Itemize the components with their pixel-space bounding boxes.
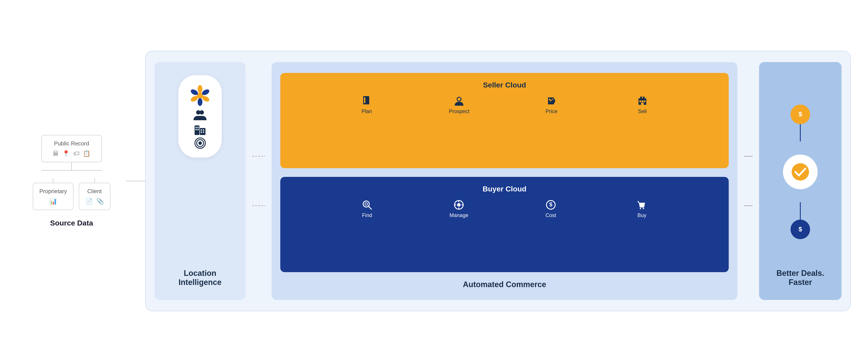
svg-point-48 — [640, 208, 641, 209]
svg-rect-32 — [643, 97, 645, 100]
better-deals-label: Better Deals. Faster — [768, 269, 833, 287]
tag-icon: 🏷 — [73, 150, 80, 157]
svg-point-49 — [643, 208, 644, 209]
prospect-label: Prospect — [449, 108, 469, 114]
client-box: Client 📄 📎 — [79, 183, 111, 210]
client-branch: Client 📄 📎 — [79, 178, 111, 210]
deals-dollar-icon-bottom: $ — [795, 224, 806, 235]
buyer-cloud-icons: Find M — [289, 200, 720, 218]
deals-check-icon — [790, 162, 810, 182]
proprietary-branch: Proprietary 📊 — [33, 178, 73, 210]
deals-bottom-circle: $ — [790, 220, 810, 239]
deals-visual: $ — [783, 75, 818, 269]
deals-content: $ — [768, 75, 833, 287]
price-label: Price — [546, 108, 558, 114]
source-data-section: Public Record 🏛 📍 🏷 📋 Propr — [18, 135, 126, 227]
cost-icon: $ — [546, 200, 556, 210]
svg-rect-16 — [203, 129, 204, 131]
commerce-deals-connectors — [744, 155, 752, 207]
client-title: Client — [85, 188, 104, 195]
manage-icon — [454, 200, 464, 210]
chart-icon: 📊 — [50, 198, 57, 205]
price-item: Price — [543, 96, 560, 114]
public-record-icons: 🏛 📍 🏷 📋 — [50, 150, 93, 157]
buy-label: Buy — [638, 212, 646, 218]
svg-rect-10 — [200, 128, 206, 135]
find-label: Find — [362, 212, 372, 218]
buildings-icon — [194, 123, 206, 135]
svg-rect-33 — [639, 100, 641, 102]
proprietary-title: Proprietary — [39, 188, 67, 195]
deals-top-circle: $ — [790, 104, 810, 124]
better-deals-panel: $ — [759, 62, 841, 300]
tree-horizontal-line — [41, 170, 102, 171]
svg-line-38 — [368, 206, 371, 209]
svg-point-53 — [792, 163, 809, 181]
svg-rect-12 — [197, 127, 199, 128]
commerce-deals-line-top — [744, 155, 752, 157]
buy-icon — [637, 200, 647, 210]
manage-item: Manage — [450, 200, 468, 218]
buyer-cloud-card: Buyer Cloud Find — [280, 177, 729, 272]
location-content: Location Intelligence — [163, 75, 237, 287]
svg-rect-35 — [644, 100, 645, 102]
svg-rect-18 — [203, 131, 204, 133]
client-branch-line — [94, 178, 95, 183]
location-icon: 📍 — [62, 150, 70, 157]
proprietary-box: Proprietary 📊 — [33, 183, 73, 210]
location-intelligence-panel: Location Intelligence — [154, 62, 246, 300]
sell-label: Sell — [638, 108, 647, 114]
list-icon: 📋 — [83, 150, 90, 157]
automated-commerce-label: Automated Commerce — [463, 280, 546, 289]
commerce-content: Seller Cloud Plan — [280, 73, 729, 289]
costar-logo-icon — [188, 84, 212, 108]
seller-cloud-icons: Plan Prospect — [289, 96, 720, 114]
cost-item: $ Cost — [542, 200, 559, 218]
plan-item: Plan — [358, 96, 375, 114]
svg-rect-34 — [642, 100, 643, 102]
automated-commerce-panel: Seller Cloud Plan — [272, 62, 737, 300]
public-record-title: Public Record — [50, 140, 93, 147]
svg-text:$: $ — [799, 225, 802, 233]
cost-label: Cost — [546, 212, 556, 218]
commerce-deals-line-bottom — [744, 205, 752, 207]
manage-label: Manage — [450, 212, 468, 218]
svg-rect-14 — [197, 129, 199, 130]
location-intelligence-label: Location Intelligence — [163, 269, 237, 287]
svg-point-28 — [458, 98, 461, 101]
svg-rect-31 — [640, 97, 642, 100]
source-to-panel-connector — [126, 181, 145, 181]
source-data-tree: Public Record 🏛 📍 🏷 📋 Propr — [20, 135, 124, 210]
prop-branch-line — [53, 178, 53, 183]
price-icon — [546, 96, 557, 106]
buy-item: Buy — [633, 200, 651, 218]
find-item: Find — [359, 200, 376, 218]
location-logo-container — [178, 75, 222, 157]
prospect-item: Prospect — [449, 96, 469, 114]
sell-icon — [637, 96, 648, 106]
deals-dollar-icon-top: $ — [795, 109, 806, 120]
svg-rect-13 — [195, 129, 197, 130]
svg-point-41 — [457, 203, 461, 207]
people-icon — [193, 110, 207, 121]
svg-text:$: $ — [549, 201, 553, 208]
sell-item: Sell — [634, 96, 651, 114]
tree-bottom-row: Proprietary 📊 Client 📄 📎 — [20, 178, 124, 210]
svg-rect-44 — [455, 205, 456, 205]
dashed-connectors — [252, 155, 265, 207]
svg-rect-45 — [461, 205, 463, 205]
svg-rect-43 — [458, 208, 459, 209]
source-data-label: Source Data — [50, 219, 93, 227]
target-icon — [194, 137, 206, 149]
dashed-line-bottom — [252, 205, 265, 207]
dashed-line-top — [252, 155, 265, 157]
prospect-icon — [454, 96, 464, 106]
diagram-container: Public Record 🏛 📍 🏷 📋 Propr — [0, 0, 868, 362]
deals-line-2 — [800, 202, 801, 220]
commerce-inner: Seller Cloud Plan — [280, 73, 729, 272]
bank-icon: 🏛 — [53, 150, 59, 157]
svg-point-21 — [198, 142, 202, 145]
svg-rect-36 — [641, 103, 644, 105]
main-panel: Location Intelligence Seller Cloud — [145, 51, 850, 311]
svg-point-39 — [365, 203, 368, 205]
